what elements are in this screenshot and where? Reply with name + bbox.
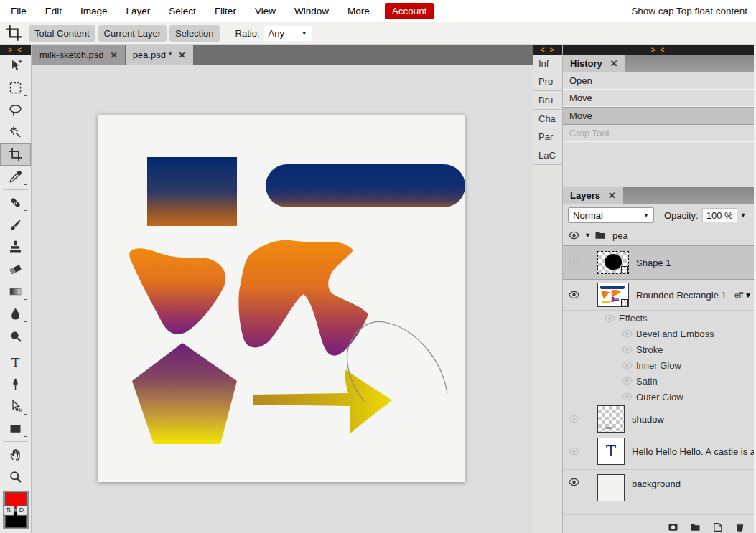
- effect-row-stroke[interactable]: Stroke: [563, 341, 754, 357]
- panels-collapse-bar[interactable]: > <: [563, 45, 754, 55]
- menu-item-file[interactable]: File: [1, 6, 36, 16]
- canvas-shape-pentagon[interactable]: [132, 343, 237, 444]
- canvas-area[interactable]: [32, 65, 533, 533]
- layer-row-background[interactable]: background: [563, 470, 754, 515]
- new-group-icon[interactable]: [688, 521, 702, 533]
- visibility-eye-icon[interactable]: [617, 361, 636, 369]
- tab-close-icon[interactable]: ✕: [111, 50, 118, 60]
- text-layer-thumbnail[interactable]: T: [597, 438, 625, 465]
- canvas-shape-leaf-blob[interactable]: [129, 248, 225, 334]
- rectangle-shape-tool[interactable]: [0, 418, 31, 440]
- history-item-crop-tool[interactable]: Crop Tool: [563, 125, 754, 142]
- move-tool[interactable]: [0, 55, 31, 77]
- hand-tool[interactable]: [0, 443, 31, 466]
- strip-collapse-bar[interactable]: < >: [533, 45, 562, 55]
- visibility-eye-icon[interactable]: [617, 377, 636, 385]
- lasso-tool[interactable]: [0, 99, 31, 121]
- layer-thumbnail[interactable]: [597, 251, 629, 274]
- canvas-shape-gradient-square[interactable]: [147, 157, 237, 226]
- clone-stamp-tool[interactable]: [0, 236, 31, 258]
- ratio-select[interactable]: Any ▼: [264, 26, 312, 41]
- collapsed-panel-cha[interactable]: Cha: [533, 110, 562, 128]
- menu-item-image[interactable]: Image: [71, 6, 117, 16]
- menu-item-view[interactable]: View: [246, 6, 285, 16]
- opacity-dropdown-icon[interactable]: ▼: [740, 212, 747, 219]
- layer-effects-toggle[interactable]: eff ▼: [729, 280, 752, 310]
- eraser-tool[interactable]: [0, 258, 31, 280]
- dodge-tool[interactable]: [0, 325, 31, 347]
- canvas-shape-rounded-bar[interactable]: [266, 164, 465, 207]
- effect-row-satin[interactable]: Satin: [563, 373, 754, 389]
- type-tool[interactable]: T: [0, 351, 31, 373]
- effect-row-inner-glow[interactable]: Inner Glow: [563, 357, 754, 373]
- blur-tool[interactable]: [0, 303, 31, 325]
- opacity-input[interactable]: 100 %: [702, 208, 737, 222]
- close-icon[interactable]: ✕: [608, 190, 616, 201]
- total-content-button[interactable]: Total Content: [29, 25, 95, 42]
- tab-close-icon[interactable]: ✕: [179, 50, 186, 60]
- group-expand-triangle[interactable]: ▼: [584, 232, 591, 239]
- close-icon[interactable]: ✕: [610, 58, 618, 69]
- menu-item-more[interactable]: More: [338, 6, 379, 16]
- menu-item-select[interactable]: Select: [159, 6, 205, 16]
- history-item-move[interactable]: Move: [563, 90, 754, 107]
- layer-row-text[interactable]: T Hello Hello Hello. A castle is a t: [563, 433, 754, 470]
- visibility-eye-icon[interactable]: [563, 478, 584, 486]
- selection-button[interactable]: Selection: [169, 25, 219, 42]
- visibility-eye-icon[interactable]: [617, 329, 636, 338]
- canvas-shape-wave-blob[interactable]: [238, 240, 368, 356]
- layer-row-shadow[interactable]: shadow: [563, 405, 754, 433]
- current-layer-button[interactable]: Current Layer: [98, 25, 167, 42]
- history-item-open[interactable]: Open: [563, 72, 754, 90]
- layer-thumbnail[interactable]: [597, 283, 629, 307]
- collapsed-panel-bru[interactable]: Bru: [533, 91, 562, 109]
- new-layer-icon[interactable]: [710, 521, 724, 533]
- default-colors-button[interactable]: D: [17, 505, 27, 516]
- account-button[interactable]: Account: [385, 3, 434, 19]
- crop-tool[interactable]: [0, 143, 31, 166]
- document-tab-milk-sketch-psd[interactable]: milk-sketch.psd✕: [32, 45, 125, 65]
- collapsed-panel-par[interactable]: Par: [533, 128, 562, 146]
- effect-row-outer-glow[interactable]: Outer Glow: [563, 389, 754, 405]
- menu-item-window[interactable]: Window: [285, 6, 338, 16]
- layer-group-row[interactable]: ▼ pea: [563, 226, 754, 245]
- add-mask-icon[interactable]: [666, 521, 680, 533]
- visibility-eye-icon[interactable]: [563, 415, 584, 423]
- visibility-eye-icon[interactable]: [617, 345, 636, 354]
- brush-tool[interactable]: [0, 214, 31, 236]
- path-select-tool[interactable]: k: [0, 395, 31, 418]
- collapsed-panel-pro[interactable]: Pro: [533, 72, 562, 90]
- zoom-tool[interactable]: [0, 466, 31, 488]
- visibility-eye-icon[interactable]: [563, 258, 584, 267]
- visibility-eye-icon[interactable]: [563, 231, 584, 240]
- magic-wand-tool[interactable]: [0, 121, 31, 143]
- collapsed-panel-inf[interactable]: Inf: [533, 55, 562, 72]
- menu-item-edit[interactable]: Edit: [36, 6, 71, 16]
- history-item-move[interactable]: Move: [563, 107, 754, 125]
- layers-tab[interactable]: Layers ✕: [563, 187, 623, 204]
- layer-row-shape1[interactable]: Shape 1: [563, 245, 754, 280]
- gradient-tool[interactable]: [0, 280, 31, 303]
- layer-thumbnail[interactable]: [597, 405, 625, 433]
- marquee-select-tool[interactable]: [0, 77, 31, 99]
- spot-heal-tool[interactable]: [0, 192, 31, 214]
- visibility-eye-icon[interactable]: [617, 392, 636, 401]
- blend-mode-select[interactable]: Normal ▼: [568, 207, 654, 223]
- history-tab[interactable]: History ✕: [563, 55, 625, 72]
- layer-thumbnail[interactable]: [597, 474, 625, 501]
- visibility-eye-icon[interactable]: [563, 447, 584, 456]
- eyedropper-tool[interactable]: [0, 166, 31, 188]
- document-tab-pea-psd[interactable]: pea.psd *✕: [126, 45, 193, 65]
- layer-row-rounded-rectangle[interactable]: Rounded Rectangle 1 eff ▼: [563, 280, 754, 311]
- collapsed-panel-lac[interactable]: LaC: [533, 146, 562, 164]
- menu-item-layer[interactable]: Layer: [117, 6, 160, 16]
- effect-row-bevel-and-emboss[interactable]: Bevel and Emboss: [563, 326, 754, 341]
- visibility-eye-icon[interactable]: [563, 291, 584, 299]
- tools-collapse-bar[interactable]: > <: [0, 45, 31, 55]
- delete-layer-icon[interactable]: [732, 521, 747, 533]
- effects-header-row[interactable]: Effects: [563, 311, 754, 326]
- canvas-shape-arrow[interactable]: [253, 369, 392, 433]
- swap-colors-button[interactable]: ⇅: [4, 505, 14, 516]
- menu-item-filter[interactable]: Filter: [205, 6, 246, 16]
- pen-tool[interactable]: [0, 373, 31, 395]
